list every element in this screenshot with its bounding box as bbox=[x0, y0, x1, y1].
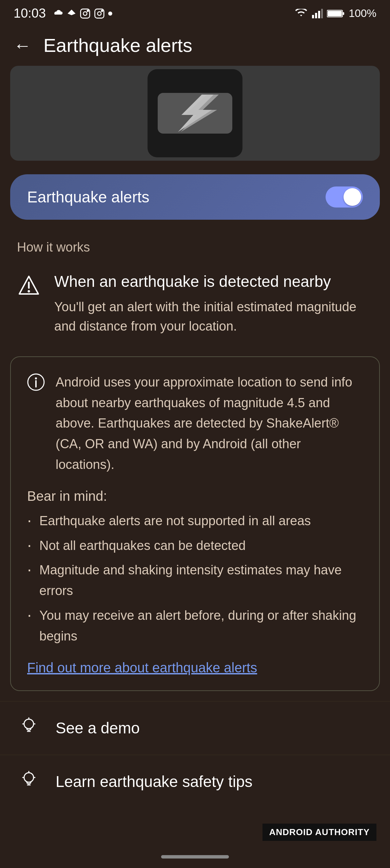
cloud-icon bbox=[51, 9, 63, 18]
info-box-header: Android uses your approximate location t… bbox=[27, 372, 363, 475]
svg-rect-8 bbox=[318, 11, 320, 18]
svg-point-5 bbox=[101, 10, 103, 12]
instagram-icon-1 bbox=[80, 8, 91, 19]
android-authority-badge: ANDROID AUTHORITY bbox=[262, 824, 376, 841]
bullet-item-2: Not all earthquakes can be detected bbox=[27, 535, 363, 556]
battery-percentage: 100% bbox=[349, 7, 376, 20]
bullet-item-3: Magnitude and shaking intensity estimate… bbox=[27, 560, 363, 601]
svg-rect-6 bbox=[312, 15, 314, 18]
navigation-icon bbox=[67, 9, 76, 18]
svg-point-4 bbox=[98, 12, 101, 15]
earthquake-feature-content: When an earthquake is detected nearby Yo… bbox=[54, 272, 373, 336]
instagram-icon-2 bbox=[94, 8, 105, 19]
bullet-list: Earthquake alerts are not supported in a… bbox=[27, 511, 363, 647]
see-demo-text: See a demo bbox=[56, 719, 140, 737]
hero-image bbox=[10, 66, 380, 161]
status-bar: 10:03 bbox=[0, 0, 390, 25]
hero-phone-graphic bbox=[148, 69, 242, 157]
status-icons bbox=[51, 8, 112, 19]
back-button[interactable]: ← bbox=[14, 35, 31, 56]
app-bar: ← Earthquake alerts bbox=[0, 25, 390, 66]
svg-point-18 bbox=[28, 290, 30, 293]
svg-rect-12 bbox=[343, 12, 344, 15]
warning-icon bbox=[17, 274, 41, 300]
info-icon bbox=[27, 373, 45, 395]
earthquake-feature-title: When an earthquake is detected nearby bbox=[54, 272, 373, 292]
home-indicator bbox=[161, 855, 229, 859]
earthquake-feature-item: When an earthquake is detected nearby Yo… bbox=[0, 261, 390, 346]
svg-point-21 bbox=[35, 377, 37, 379]
lightbulb-icon-demo bbox=[17, 716, 41, 740]
svg-point-22 bbox=[24, 719, 34, 729]
page-title: Earthquake alerts bbox=[43, 34, 192, 56]
bullet-item-4: You may receive an alert before, during … bbox=[27, 605, 363, 647]
battery-icon bbox=[327, 9, 345, 18]
svg-rect-9 bbox=[321, 9, 323, 18]
status-time: 10:03 bbox=[14, 6, 46, 21]
earthquake-feature-desc: You'll get an alert with the initial est… bbox=[54, 297, 373, 336]
safety-tips-item[interactable]: Learn earthquake safety tips bbox=[0, 755, 390, 808]
earthquake-alerts-toggle[interactable] bbox=[326, 186, 363, 208]
info-box-main-text: Android uses your approximate location t… bbox=[56, 372, 363, 475]
svg-point-2 bbox=[87, 10, 89, 12]
info-box: Android uses your approximate location t… bbox=[10, 356, 380, 691]
see-demo-item[interactable]: See a demo bbox=[0, 701, 390, 755]
earthquake-graphic bbox=[154, 90, 236, 137]
toggle-label: Earthquake alerts bbox=[27, 188, 150, 206]
how-it-works-label: How it works bbox=[0, 226, 390, 261]
safety-tips-text: Learn earthquake safety tips bbox=[56, 772, 252, 791]
svg-point-27 bbox=[24, 773, 34, 782]
status-left: 10:03 bbox=[14, 6, 112, 21]
toggle-section[interactable]: Earthquake alerts bbox=[10, 174, 380, 220]
lightbulb-icon-safety bbox=[17, 770, 41, 793]
wifi-icon bbox=[294, 9, 308, 18]
svg-rect-11 bbox=[328, 11, 342, 16]
learn-more-link[interactable]: Find out more about earthquake alerts bbox=[27, 660, 363, 675]
bullet-item-1: Earthquake alerts are not supported in a… bbox=[27, 511, 363, 531]
toggle-knob bbox=[344, 188, 361, 206]
svg-rect-7 bbox=[315, 13, 317, 18]
bear-in-mind-label: Bear in mind: bbox=[27, 489, 363, 504]
svg-point-1 bbox=[83, 12, 87, 15]
status-right: 100% bbox=[294, 7, 376, 20]
notification-dot bbox=[108, 12, 112, 16]
signal-icon bbox=[312, 9, 323, 18]
